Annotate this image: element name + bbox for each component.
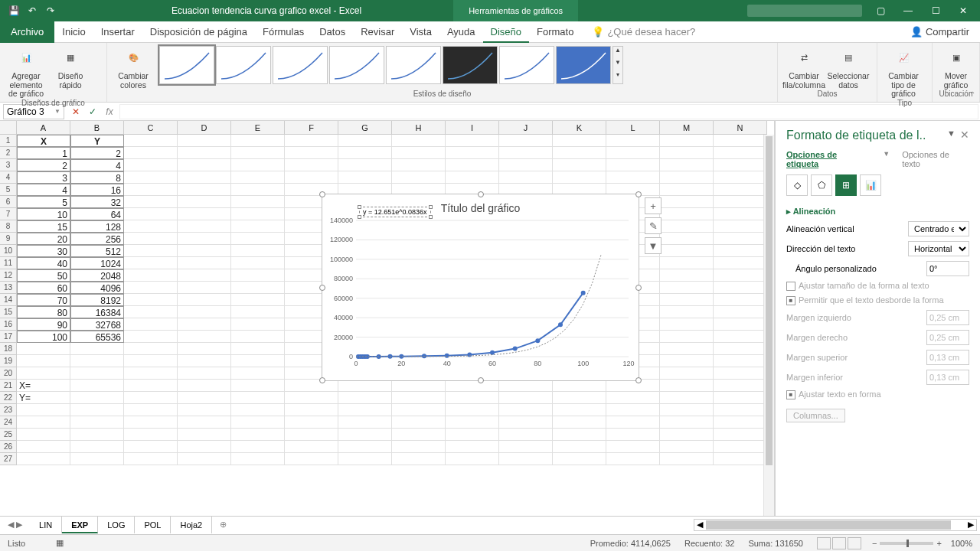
ribbon-display-icon[interactable]: ▢: [871, 2, 890, 20]
tab-format[interactable]: Formato: [529, 21, 581, 43]
cell[interactable]: [231, 208, 285, 220]
cell[interactable]: [231, 159, 285, 171]
cell[interactable]: [178, 135, 231, 147]
cell[interactable]: [660, 441, 714, 453]
valign-select[interactable]: Centrado e...: [908, 221, 969, 236]
cell[interactable]: [231, 294, 285, 306]
cell[interactable]: 16384: [70, 306, 124, 318]
cell[interactable]: [124, 416, 178, 429]
cell[interactable]: 3: [17, 171, 70, 184]
row-header[interactable]: 13: [0, 282, 17, 294]
cell[interactable]: [17, 429, 70, 441]
cell[interactable]: [231, 196, 285, 208]
cell[interactable]: [178, 220, 231, 233]
cell[interactable]: [285, 404, 338, 416]
size-props-icon[interactable]: ⊞: [835, 174, 857, 196]
col-header[interactable]: C: [124, 121, 178, 135]
cell[interactable]: [231, 269, 285, 282]
cell[interactable]: [714, 220, 767, 233]
cell[interactable]: [178, 318, 231, 331]
cell[interactable]: [285, 453, 338, 465]
cell[interactable]: 10: [17, 208, 70, 220]
chart-elements-button[interactable]: +: [645, 197, 662, 214]
cell[interactable]: [660, 159, 714, 171]
row-header[interactable]: 26: [0, 441, 17, 453]
cell[interactable]: [124, 196, 178, 208]
cell[interactable]: [392, 135, 446, 147]
cell[interactable]: [285, 135, 338, 147]
cell[interactable]: [124, 453, 178, 465]
label-options-icon[interactable]: 📊: [860, 174, 881, 196]
row-header[interactable]: 23: [0, 404, 17, 416]
tab-page-layout[interactable]: Disposición de página: [142, 21, 255, 43]
cell[interactable]: [606, 147, 660, 159]
cell[interactable]: [714, 355, 767, 367]
cell[interactable]: [70, 392, 124, 404]
cell[interactable]: [499, 159, 553, 171]
cell[interactable]: [714, 269, 767, 282]
cell[interactable]: [714, 367, 767, 380]
fill-line-icon[interactable]: ◇: [786, 174, 808, 196]
sheet-nav[interactable]: ◀ ▶: [0, 520, 30, 530]
cell[interactable]: [392, 416, 446, 429]
cell[interactable]: [714, 441, 767, 453]
change-chart-type-button[interactable]: 📈 Cambiar tipo de gráfico: [884, 46, 923, 99]
name-box-dropdown-icon[interactable]: ▼: [54, 108, 60, 115]
cell[interactable]: [124, 208, 178, 220]
cell[interactable]: [285, 147, 338, 159]
cell[interactable]: [446, 429, 499, 441]
cell[interactable]: [660, 343, 714, 355]
minimize-icon[interactable]: —: [899, 2, 917, 20]
tab-view[interactable]: Vista: [402, 21, 439, 43]
cell[interactable]: [124, 257, 178, 269]
cell[interactable]: [338, 171, 392, 184]
chart-object[interactable]: Título del gráfico y = 12.651e^0.0836x 0…: [322, 194, 639, 381]
cell[interactable]: [231, 453, 285, 465]
cell[interactable]: [553, 392, 606, 404]
cell[interactable]: 8192: [70, 294, 124, 306]
cell[interactable]: [124, 355, 178, 367]
cell[interactable]: 2048: [70, 269, 124, 282]
col-header[interactable]: J: [499, 121, 553, 135]
cell[interactable]: [70, 453, 124, 465]
cell[interactable]: [606, 135, 660, 147]
horizontal-scrollbar[interactable]: ◀▶: [694, 519, 977, 531]
cell[interactable]: [660, 196, 714, 208]
cell[interactable]: [660, 306, 714, 318]
cell[interactable]: [178, 392, 231, 404]
cell[interactable]: [124, 343, 178, 355]
tab-review[interactable]: Revisar: [353, 21, 402, 43]
cell[interactable]: [660, 220, 714, 233]
tab-data[interactable]: Datos: [312, 21, 353, 43]
row-header[interactable]: 19: [0, 355, 17, 367]
cell[interactable]: [124, 147, 178, 159]
chart-styles-gallery[interactable]: ▲ ▼ ▾: [158, 46, 771, 84]
cell[interactable]: [338, 416, 392, 429]
cell[interactable]: [660, 318, 714, 331]
pagelayout-view-icon[interactable]: [832, 537, 846, 549]
cell[interactable]: [714, 343, 767, 355]
cell[interactable]: [178, 416, 231, 429]
cell[interactable]: [124, 306, 178, 318]
row-header[interactable]: 21: [0, 380, 17, 392]
cell[interactable]: [660, 147, 714, 159]
chart-style-2[interactable]: [216, 46, 271, 84]
cell[interactable]: [553, 159, 606, 171]
effects-icon[interactable]: ⬠: [811, 174, 832, 196]
label-options-tab[interactable]: Opciones de etiqueta: [786, 150, 871, 168]
cell[interactable]: [70, 367, 124, 380]
row-header[interactable]: 10: [0, 245, 17, 257]
col-header[interactable]: N: [714, 121, 767, 135]
zoom-level[interactable]: 100%: [951, 539, 972, 548]
cell[interactable]: [17, 404, 70, 416]
row-header[interactable]: 25: [0, 429, 17, 441]
chart-style-5[interactable]: [386, 46, 441, 84]
cell[interactable]: [660, 294, 714, 306]
cell[interactable]: [392, 159, 446, 171]
cell[interactable]: 128: [70, 220, 124, 233]
cell[interactable]: 4096: [70, 282, 124, 294]
trendline-equation-label[interactable]: y = 12.651e^0.0836x: [359, 207, 431, 217]
zoom-in-icon[interactable]: +: [936, 539, 941, 548]
cell[interactable]: 70: [17, 294, 70, 306]
chart-style-8[interactable]: [556, 46, 611, 84]
